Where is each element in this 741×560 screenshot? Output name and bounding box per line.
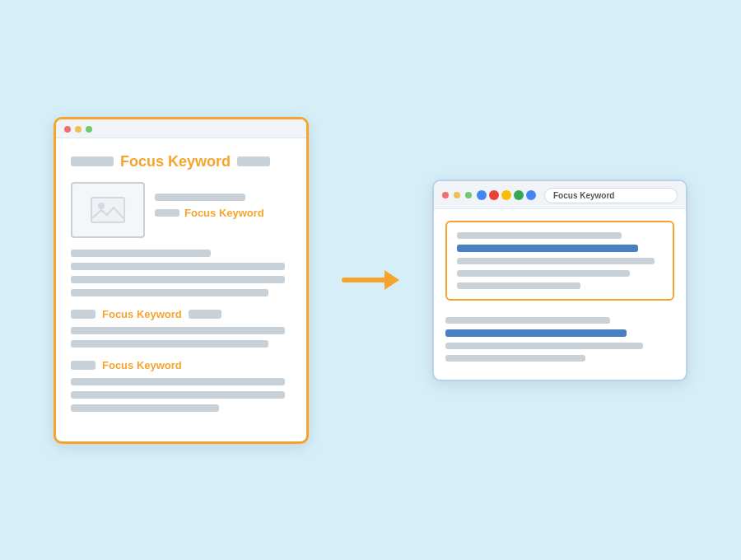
serp-2-line-3 (445, 355, 585, 362)
caption-keyword-row: Focus Keyword (155, 207, 264, 219)
svg-point-1 (98, 203, 105, 209)
content-block-1 (71, 250, 291, 296)
arrow-shaft (342, 278, 384, 282)
serp-result-2 (445, 314, 674, 365)
title-gray-bar-left (71, 156, 114, 166)
image-placeholder-icon (91, 197, 125, 223)
serp-h-line-1 (457, 232, 622, 239)
heading3-gray-left (71, 361, 96, 370)
caption-focus-keyword: Focus Keyword (184, 207, 264, 219)
gdot-red (489, 190, 499, 200)
dot-green-r (465, 192, 472, 198)
blog-window: Focus Keyword Focus Keyword (54, 117, 309, 444)
serp-h-line-4 (457, 282, 580, 289)
title-gray-bar-right (237, 156, 270, 166)
gdot-blue2 (526, 190, 536, 200)
blog-body: Focus Keyword Focus Keyword (56, 138, 306, 441)
serp-2-line-1 (445, 317, 610, 324)
content2-line-2 (71, 340, 268, 348)
content-block-3 (71, 378, 291, 412)
serp-result-highlighted[interactable] (445, 221, 674, 301)
mock-image (71, 182, 145, 238)
caption-line-1 (155, 194, 245, 201)
gdot-green (514, 190, 524, 200)
content-line-1 (71, 250, 211, 257)
heading3-focus-keyword: Focus Keyword (102, 359, 182, 371)
gdot-blue (477, 190, 487, 200)
caption-lines: Focus Keyword (155, 182, 264, 219)
search-bar-text: Focus Keyword (553, 191, 614, 200)
dot-yellow (75, 126, 82, 133)
serp-window: Focus Keyword (432, 180, 687, 381)
serp-2-line-2 (445, 343, 643, 349)
heading2-focus-keyword: Focus Keyword (102, 308, 182, 320)
serp-2-blue-line (445, 329, 627, 337)
heading2-gray-right (189, 310, 221, 319)
dot-red-r (442, 192, 449, 198)
arrow (342, 270, 399, 290)
content3-line-1 (71, 378, 285, 385)
serp-h-line-3 (457, 270, 630, 277)
heading3-row: Focus Keyword (71, 359, 291, 371)
search-bar[interactable]: Focus Keyword (544, 188, 678, 203)
svg-rect-0 (91, 198, 124, 222)
serp-h-line-2 (457, 258, 655, 264)
dot-red (64, 126, 71, 133)
heading2-row: Focus Keyword (71, 308, 291, 320)
google-logo (477, 190, 536, 200)
content-line-3 (71, 276, 285, 283)
serp-body (434, 209, 686, 380)
title-focus-keyword: Focus Keyword (120, 153, 231, 170)
dot-yellow-r (454, 192, 460, 198)
content-line-4 (71, 289, 268, 296)
image-caption-row: Focus Keyword (71, 182, 291, 238)
browser-titlebar-left (56, 119, 306, 138)
scene: Focus Keyword Focus Keyword (33, 117, 708, 444)
arrow-head (384, 270, 399, 290)
heading2-gray-left (71, 310, 96, 319)
arrow-container (342, 270, 399, 290)
caption-gray-short (155, 209, 179, 217)
content-block-2 (71, 327, 291, 348)
title-row: Focus Keyword (71, 153, 291, 170)
content3-line-2 (71, 391, 285, 399)
serp-h-blue-line (457, 245, 638, 252)
browser-titlebar-right: Focus Keyword (434, 181, 686, 209)
content2-line-1 (71, 327, 285, 334)
content-line-2 (71, 263, 285, 270)
content3-line-3 (71, 404, 219, 412)
dot-green (86, 126, 92, 133)
gdot-yellow (501, 190, 511, 200)
